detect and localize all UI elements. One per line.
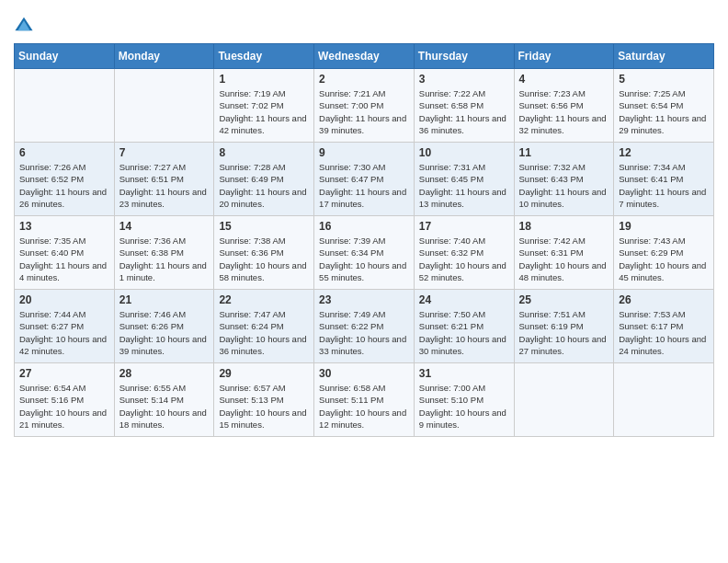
day-number: 26 <box>619 293 709 306</box>
calendar-cell: 7Sunrise: 7:27 AM Sunset: 6:51 PM Daylig… <box>114 143 214 216</box>
day-info: Sunrise: 7:39 AM Sunset: 6:34 PM Dayligh… <box>319 235 409 283</box>
weekday-header: Monday <box>114 44 214 69</box>
day-number: 3 <box>419 73 509 86</box>
day-number: 16 <box>319 220 409 233</box>
calendar-table: SundayMondayTuesdayWednesdayThursdayFrid… <box>14 43 714 437</box>
day-info: Sunrise: 7:47 AM Sunset: 6:24 PM Dayligh… <box>219 308 309 357</box>
day-number: 28 <box>119 367 210 380</box>
calendar-cell: 2Sunrise: 7:21 AM Sunset: 7:00 PM Daylig… <box>314 69 415 143</box>
day-info: Sunrise: 7:49 AM Sunset: 6:22 PM Dayligh… <box>319 308 409 357</box>
weekday-header: Thursday <box>414 44 514 69</box>
calendar-cell: 9Sunrise: 7:30 AM Sunset: 6:47 PM Daylig… <box>314 143 415 216</box>
day-number: 30 <box>319 367 409 380</box>
weekday-header: Wednesday <box>314 44 415 69</box>
day-number: 4 <box>519 73 609 86</box>
day-info: Sunrise: 7:00 AM Sunset: 5:10 PM Dayligh… <box>419 382 509 431</box>
day-info: Sunrise: 7:26 AM Sunset: 6:52 PM Dayligh… <box>19 161 109 210</box>
day-info: Sunrise: 7:44 AM Sunset: 6:27 PM Dayligh… <box>19 308 109 357</box>
logo-icon <box>14 14 34 34</box>
day-number: 9 <box>319 146 409 159</box>
day-number: 12 <box>619 146 709 159</box>
day-number: 19 <box>619 220 709 233</box>
weekday-header: Friday <box>514 44 614 69</box>
day-number: 11 <box>519 146 609 159</box>
calendar-cell <box>114 69 214 143</box>
calendar-cell <box>15 69 115 143</box>
day-number: 29 <box>219 367 309 380</box>
calendar-cell: 29Sunrise: 6:57 AM Sunset: 5:13 PM Dayli… <box>214 363 314 437</box>
calendar-cell: 31Sunrise: 7:00 AM Sunset: 5:10 PM Dayli… <box>414 363 514 437</box>
day-info: Sunrise: 7:42 AM Sunset: 6:31 PM Dayligh… <box>519 235 609 283</box>
calendar-cell: 20Sunrise: 7:44 AM Sunset: 6:27 PM Dayli… <box>15 290 115 363</box>
calendar-cell: 27Sunrise: 6:54 AM Sunset: 5:16 PM Dayli… <box>15 363 115 437</box>
calendar-cell: 16Sunrise: 7:39 AM Sunset: 6:34 PM Dayli… <box>314 216 415 290</box>
day-number: 7 <box>119 146 210 159</box>
day-number: 23 <box>319 293 409 306</box>
day-info: Sunrise: 7:23 AM Sunset: 6:56 PM Dayligh… <box>519 87 609 136</box>
calendar-cell: 25Sunrise: 7:51 AM Sunset: 6:19 PM Dayli… <box>514 290 614 363</box>
calendar-cell: 6Sunrise: 7:26 AM Sunset: 6:52 PM Daylig… <box>15 143 115 216</box>
calendar-cell: 3Sunrise: 7:22 AM Sunset: 6:58 PM Daylig… <box>414 69 514 143</box>
day-info: Sunrise: 7:34 AM Sunset: 6:41 PM Dayligh… <box>619 161 709 210</box>
day-number: 1 <box>219 73 309 86</box>
day-number: 22 <box>219 293 309 306</box>
day-info: Sunrise: 7:22 AM Sunset: 6:58 PM Dayligh… <box>419 87 509 136</box>
day-number: 17 <box>419 220 509 233</box>
day-number: 13 <box>19 220 109 233</box>
day-info: Sunrise: 7:30 AM Sunset: 6:47 PM Dayligh… <box>319 161 409 210</box>
calendar-cell: 8Sunrise: 7:28 AM Sunset: 6:49 PM Daylig… <box>214 143 314 216</box>
day-number: 25 <box>519 293 609 306</box>
day-info: Sunrise: 7:28 AM Sunset: 6:49 PM Dayligh… <box>219 161 309 210</box>
day-number: 6 <box>19 146 109 159</box>
calendar-cell: 26Sunrise: 7:53 AM Sunset: 6:17 PM Dayli… <box>614 290 714 363</box>
calendar-cell: 28Sunrise: 6:55 AM Sunset: 5:14 PM Dayli… <box>114 363 214 437</box>
day-number: 10 <box>419 146 509 159</box>
calendar-cell: 18Sunrise: 7:42 AM Sunset: 6:31 PM Dayli… <box>514 216 614 290</box>
day-info: Sunrise: 7:21 AM Sunset: 7:00 PM Dayligh… <box>319 87 409 136</box>
calendar-cell: 11Sunrise: 7:32 AM Sunset: 6:43 PM Dayli… <box>514 143 614 216</box>
calendar-cell: 19Sunrise: 7:43 AM Sunset: 6:29 PM Dayli… <box>614 216 714 290</box>
day-info: Sunrise: 7:53 AM Sunset: 6:17 PM Dayligh… <box>619 308 709 357</box>
day-info: Sunrise: 6:54 AM Sunset: 5:16 PM Dayligh… <box>19 382 109 431</box>
calendar-cell: 13Sunrise: 7:35 AM Sunset: 6:40 PM Dayli… <box>15 216 115 290</box>
day-info: Sunrise: 7:38 AM Sunset: 6:36 PM Dayligh… <box>219 235 309 283</box>
day-info: Sunrise: 7:51 AM Sunset: 6:19 PM Dayligh… <box>519 308 609 357</box>
calendar-cell: 12Sunrise: 7:34 AM Sunset: 6:41 PM Dayli… <box>614 143 714 216</box>
weekday-header: Saturday <box>614 44 714 69</box>
calendar-header-row: SundayMondayTuesdayWednesdayThursdayFrid… <box>15 44 714 69</box>
day-info: Sunrise: 6:55 AM Sunset: 5:14 PM Dayligh… <box>119 382 210 431</box>
calendar-cell: 24Sunrise: 7:50 AM Sunset: 6:21 PM Dayli… <box>414 290 514 363</box>
calendar-cell: 1Sunrise: 7:19 AM Sunset: 7:02 PM Daylig… <box>214 69 314 143</box>
day-number: 15 <box>219 220 309 233</box>
calendar-week-row: 1Sunrise: 7:19 AM Sunset: 7:02 PM Daylig… <box>15 69 714 143</box>
day-info: Sunrise: 7:25 AM Sunset: 6:54 PM Dayligh… <box>619 87 709 136</box>
weekday-header: Tuesday <box>214 44 314 69</box>
day-info: Sunrise: 7:36 AM Sunset: 6:38 PM Dayligh… <box>119 235 210 283</box>
day-info: Sunrise: 7:32 AM Sunset: 6:43 PM Dayligh… <box>519 161 609 210</box>
day-number: 18 <box>519 220 609 233</box>
day-number: 5 <box>619 73 709 86</box>
day-info: Sunrise: 7:43 AM Sunset: 6:29 PM Dayligh… <box>619 235 709 283</box>
calendar-cell: 4Sunrise: 7:23 AM Sunset: 6:56 PM Daylig… <box>514 69 614 143</box>
calendar-cell: 15Sunrise: 7:38 AM Sunset: 6:36 PM Dayli… <box>214 216 314 290</box>
day-info: Sunrise: 7:40 AM Sunset: 6:32 PM Dayligh… <box>419 235 509 283</box>
day-number: 31 <box>419 367 509 380</box>
day-info: Sunrise: 7:50 AM Sunset: 6:21 PM Dayligh… <box>419 308 509 357</box>
day-info: Sunrise: 7:19 AM Sunset: 7:02 PM Dayligh… <box>219 87 309 136</box>
page-header <box>14 14 714 34</box>
calendar-cell: 5Sunrise: 7:25 AM Sunset: 6:54 PM Daylig… <box>614 69 714 143</box>
calendar-week-row: 27Sunrise: 6:54 AM Sunset: 5:16 PM Dayli… <box>15 363 714 437</box>
calendar-cell: 30Sunrise: 6:58 AM Sunset: 5:11 PM Dayli… <box>314 363 415 437</box>
day-number: 2 <box>319 73 409 86</box>
calendar-week-row: 20Sunrise: 7:44 AM Sunset: 6:27 PM Dayli… <box>15 290 714 363</box>
day-info: Sunrise: 7:31 AM Sunset: 6:45 PM Dayligh… <box>419 161 509 210</box>
calendar-cell: 10Sunrise: 7:31 AM Sunset: 6:45 PM Dayli… <box>414 143 514 216</box>
day-number: 8 <box>219 146 309 159</box>
day-number: 27 <box>19 367 109 380</box>
day-info: Sunrise: 7:46 AM Sunset: 6:26 PM Dayligh… <box>119 308 210 357</box>
calendar-cell <box>614 363 714 437</box>
calendar-cell: 21Sunrise: 7:46 AM Sunset: 6:26 PM Dayli… <box>114 290 214 363</box>
weekday-header: Sunday <box>15 44 115 69</box>
calendar-cell <box>514 363 614 437</box>
day-info: Sunrise: 7:27 AM Sunset: 6:51 PM Dayligh… <box>119 161 210 210</box>
